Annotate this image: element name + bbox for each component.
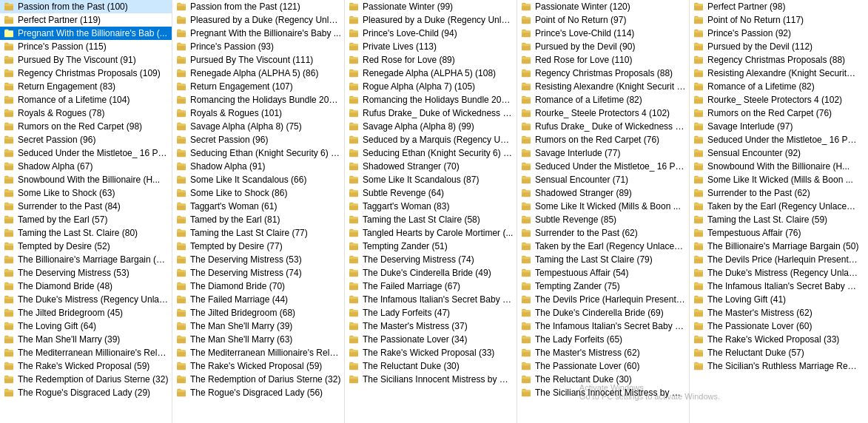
list-item[interactable]: Tempestuous Affair (76) [690,226,862,240]
list-item[interactable]: The Duke's Cinderella Bride (69) [517,306,689,319]
list-item[interactable]: The Billionaire's Marriage Bargain (50) [690,240,862,253]
list-item[interactable]: Red Rose for Love (89) [345,53,517,67]
list-item[interactable]: Taming the Last St Claire (58) [345,213,517,226]
list-item[interactable]: Rufus Drake_ Duke of Wickedness (79) [345,106,517,120]
list-item[interactable]: Passionate Winter (120) [517,0,689,13]
list-item[interactable]: Passionate Winter (99) [345,0,517,13]
list-item[interactable]: The Passionate Lover (60) [690,319,862,333]
list-item[interactable]: Tempestuous Affair (54) [517,266,689,280]
list-item[interactable]: The Deserving Mistress (53) [172,253,344,266]
list-item[interactable]: Rourke_ Steele Protectors 4 (102) [517,106,689,120]
list-item[interactable]: The Diamond Bride (70) [172,280,344,293]
list-item[interactable]: The Man She'll Marry (39) [0,333,172,346]
list-item[interactable]: The Rogue's Disgraced Lady (56) [172,386,344,399]
list-item[interactable]: Taken by the Earl (Regency Unlaced ... [517,240,689,253]
list-item[interactable]: Regency Christmas Proposals (88) [517,67,689,80]
list-item[interactable]: Secret Passion (96) [0,133,172,146]
list-item[interactable]: The Billionaire's Marriage Bargain (73) [0,253,172,266]
list-item[interactable]: Prince's Passion (93) [172,40,344,53]
list-item[interactable]: The Redemption of Darius Sterne (32) [0,373,172,386]
list-item[interactable]: Pursued By The Viscount (111) [172,53,344,67]
list-item[interactable]: Taggart's Woman (83) [345,200,517,213]
list-item[interactable]: The Jilted Bridegroom (45) [0,306,172,319]
list-item[interactable]: Rourke_ Steele Protectors 4 (102) [690,93,862,106]
list-item[interactable]: Passion from the Past (121) [172,0,344,13]
list-item[interactable]: The Master's Mistress (37) [345,319,517,333]
list-item[interactable]: Prince's Love-Child (114) [517,27,689,40]
list-item[interactable]: Prince's Passion (115) [0,40,172,53]
list-item[interactable]: Pregnant With the Billionaire's Baby ... [172,27,344,40]
list-item[interactable]: Pursued By The Viscount (91) [0,53,172,67]
list-item[interactable]: Point of No Return (97) [517,13,689,27]
list-item[interactable]: Some Like to Shock (63) [0,186,172,200]
list-item[interactable]: Pursued by the Devil (112) [690,40,862,53]
list-item[interactable]: Passion from the Past (100) [0,0,172,13]
list-item[interactable]: Point of No Return (117) [690,13,862,27]
list-item[interactable]: Rumors on the Red Carpet (98) [0,120,172,133]
list-item[interactable]: Tempting Zander (75) [517,280,689,293]
list-item[interactable]: The Failed Marriage (67) [345,280,517,293]
list-item[interactable]: Surrender to the Past (62) [517,226,689,240]
list-item[interactable]: Tempted by Desire (52) [0,240,172,253]
list-item[interactable]: Perfect Partner (119) [0,13,172,27]
list-item[interactable]: Seduced Under the Mistletoe_ 16 Pas... [517,160,689,173]
list-item[interactable]: The Devils Price (Harlequin Presents ... [517,293,689,306]
list-item[interactable]: Resisting Alexandre (Knight Security ... [690,67,862,80]
list-item[interactable]: The Rake's Wicked Proposal (59) [172,359,344,373]
list-item[interactable]: Some Like It Scandalous (66) [172,173,344,186]
list-item[interactable]: The Jilted Bridegroom (68) [172,306,344,319]
list-item[interactable]: The Passionate Lover (60) [517,359,689,373]
list-item[interactable]: The Passionate Lover (34) [345,333,517,346]
list-item[interactable]: Sensual Encounter (92) [690,146,862,160]
list-item[interactable]: Some Like to Shock (86) [172,186,344,200]
list-item[interactable]: Renegade Alpha (ALPHA 5) (108) [345,67,517,80]
list-item[interactable]: Savage Alpha (Alpha 8) (99) [345,120,517,133]
list-item[interactable]: Seduced Under the Mistletoe_ 16 Pas... [690,133,862,146]
list-item[interactable]: Shadowed Stranger (89) [517,186,689,200]
list-item[interactable]: Subtle Revenge (85) [517,213,689,226]
list-item[interactable]: Surrender to the Past (62) [690,186,862,200]
list-item[interactable]: The Sicilian's Ruthless Marriage Rev ... [690,359,862,373]
list-item[interactable]: Rufus Drake_ Duke of Wickedness (1... [517,120,689,133]
list-item[interactable]: Perfect Partner (98) [690,0,862,13]
list-item[interactable]: Rogue Alpha (Alpha 7) (105) [345,80,517,93]
list-item[interactable]: The Deserving Mistress (74) [345,253,517,266]
list-item[interactable]: The Loving Gift (41) [690,293,862,306]
list-item[interactable]: The Lady Forfeits (47) [345,306,517,319]
list-item[interactable]: Romancing the Holidays Bundle 200... [345,93,517,106]
list-item[interactable]: Prince's Love-Child (94) [345,27,517,40]
list-item[interactable]: Sensual Encounter (71) [517,173,689,186]
list-item[interactable]: Taming the Last St Claire (77) [172,226,344,240]
list-item[interactable]: Snowbound With the Billionaire (H... [690,160,862,173]
list-item[interactable]: Romance of a Lifetime (104) [0,93,172,106]
list-item[interactable]: Seducing Ethan (Knight Security 6) (... [345,146,517,160]
list-item[interactable]: The Master's Mistress (62) [690,306,862,319]
list-item[interactable]: Private Lives (113) [345,40,517,53]
list-item[interactable]: Return Engagement (107) [172,80,344,93]
list-item[interactable]: Resisting Alexandre (Knight Securit (... [517,80,689,93]
list-item[interactable]: The Master's Mistress (62) [517,346,689,359]
list-item[interactable]: Tamed by the Earl (57) [0,213,172,226]
list-item[interactable]: Subtle Revenge (64) [345,186,517,200]
list-item[interactable]: Shadow Alpha (91) [172,160,344,173]
list-item[interactable]: Shadow Alpha (67) [0,160,172,173]
list-item[interactable]: Pleasured by a Duke (Regency Unlac... [345,13,517,27]
list-item[interactable]: Some Like It Wicked (Mills & Boon ... [690,173,862,186]
list-item[interactable]: The Failed Marriage (44) [172,293,344,306]
list-item[interactable]: Return Engagement (83) [0,80,172,93]
list-item[interactable]: The Diamond Bride (48) [0,280,172,293]
list-item[interactable]: Red Rose for Love (110) [517,53,689,67]
list-item[interactable]: The Reluctant Duke (57) [690,346,862,359]
list-item[interactable]: Tangled Hearts by Carole Mortimer (... [345,226,517,240]
list-item[interactable]: Regency Christmas Proposals (109) [0,67,172,80]
list-item[interactable]: Regency Christmas Proposals (88) [690,53,862,67]
list-item[interactable]: The Devils Price (Harlequin Presents ... [690,253,862,266]
list-item[interactable]: Savage Interlude (77) [517,146,689,160]
list-item[interactable]: The Lady Forfeits (65) [517,333,689,346]
list-item[interactable]: The Infamous Italian's Secret Baby (6... [690,280,862,293]
list-item[interactable]: Taming the Last St. Claire (80) [0,226,172,240]
list-item[interactable]: Rumors on the Red Carpet (76) [517,133,689,146]
list-item[interactable]: Pregnant With the Billionaire's Bab (... [0,27,172,40]
list-item[interactable]: Savage Interlude (97) [690,120,862,133]
list-item[interactable]: The Man She'll Marry (63) [172,333,344,346]
